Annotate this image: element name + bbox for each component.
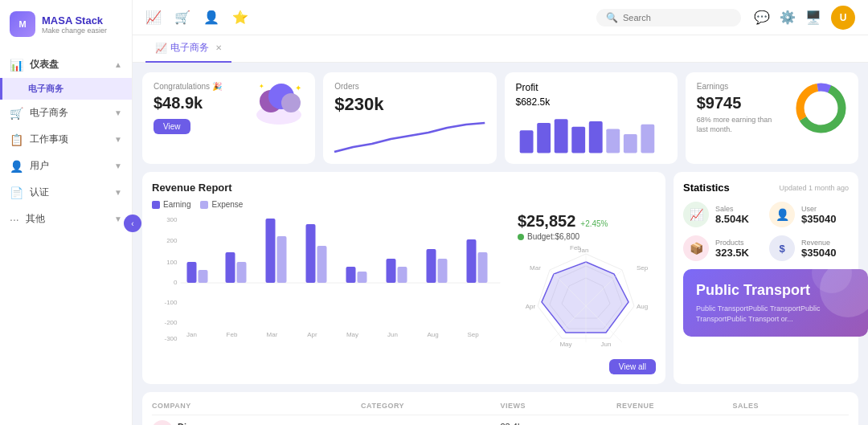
svg-text:Mar: Mar (530, 264, 541, 272)
stat-item-revenue: $ Revenue $35040 (769, 235, 849, 261)
svg-rect-41 (478, 252, 488, 283)
main-area: 📈 🛒 👤 ⭐ 🔍 💬 ⚙️ 🖥️ U 📈 电子商务 ✕ (133, 0, 868, 425)
legend-earning: Earning (152, 200, 190, 209)
svg-rect-7 (537, 123, 551, 153)
svg-text:Sep: Sep (637, 264, 649, 272)
chevron-icon-ecommerce: ▼ (114, 108, 122, 117)
chevron-icon-dashboard: ▲ (114, 60, 122, 69)
svg-text:Jan: Jan (186, 331, 197, 338)
svg-text:0: 0 (174, 279, 178, 286)
stat-card-congratulations: Congratulations 🎉 $48.9k View ✦ ✦ (142, 72, 315, 164)
stats-updated: Updated 1 month ago (779, 184, 849, 192)
stat-card-profit: Profit $682.5k (505, 72, 678, 164)
earnings-subtext: 68% more earning than last month. (697, 116, 777, 134)
radar-section: $25,852 +2.45% Budget:$6,800 (511, 212, 656, 374)
sidebar-item-ecommerce[interactable]: 🛒 电子商务 ▼ (0, 100, 132, 126)
sidebar-item-label-auth: 认证 (30, 186, 49, 199)
stats-title: Statistics (683, 182, 730, 194)
settings-icon[interactable]: ⚙️ (780, 10, 796, 25)
user-info: User $35040 (801, 205, 836, 225)
revenue-bar-chart-container: 300 200 100 0 -100 -200 -300 (152, 212, 511, 374)
transport-card: Public Transport Public TransportPublic … (683, 269, 868, 337)
table-row-dixons: 👤 Dixons meguc@ruj.io Technology 23.4k i… (152, 415, 849, 425)
sidebar-item-label-tasks: 工作事项 (30, 133, 68, 146)
svg-rect-40 (467, 239, 477, 283)
stat-cards-row: Congratulations 🎉 $48.9k View ✦ ✦ (142, 72, 858, 164)
stat-item-user: 👤 User $35040 (769, 202, 849, 227)
col-header-sales: SALES (733, 402, 850, 410)
products-value: 323.5K (715, 247, 749, 259)
earnings-donut-chart (795, 82, 847, 137)
svg-text:Apr: Apr (307, 331, 317, 338)
sales-info: Sales 8.504K (715, 205, 749, 225)
company-info-dixons: 👤 Dixons meguc@ruj.io (152, 420, 361, 425)
orders-amount: $230k (334, 94, 485, 115)
svg-rect-31 (277, 236, 287, 283)
company-details-dixons: Dixons meguc@ruj.io (178, 422, 223, 425)
orders-chart (334, 121, 485, 153)
view-all-button[interactable]: View all (609, 359, 656, 374)
users-icon: 👤 (10, 160, 23, 173)
search-input[interactable] (623, 13, 734, 22)
svg-rect-32 (306, 224, 316, 283)
trending-icon[interactable]: 📈 (145, 10, 162, 25)
svg-rect-28 (226, 252, 235, 283)
revenue-info: Revenue $35040 (801, 239, 836, 259)
congrats-view-button[interactable]: View (154, 119, 190, 134)
sidebar-item-dashboard[interactable]: 📊 仪表盘 ▲ (0, 51, 132, 78)
budget-label: Budget:$6,800 (527, 232, 579, 241)
svg-rect-11 (606, 129, 620, 153)
stat-row-1: 📈 Sales 8.504K 👤 User $35040 (683, 202, 849, 227)
stat-item-sales: 📈 Sales 8.504K (683, 202, 763, 227)
user-icon[interactable]: 👤 (203, 10, 219, 25)
sidebar-collapse-button[interactable]: ‹ (124, 215, 141, 232)
dashboard-icon: 📊 (10, 59, 23, 72)
products-icon-bg: 📦 (683, 235, 709, 261)
auth-icon: 📄 (10, 186, 23, 199)
content-area: Congratulations 🎉 $48.9k View ✦ ✦ (133, 63, 868, 425)
topbar-right: 💬 ⚙️ 🖥️ U (754, 6, 855, 30)
svg-text:-100: -100 (164, 299, 178, 306)
tab-close-ecommerce[interactable]: ✕ (215, 43, 222, 52)
col-header-company: COMPANY (152, 402, 361, 410)
products-info: Products 323.5K (715, 239, 749, 259)
sales-icon: 📈 (690, 208, 703, 221)
table-header: COMPANY CATEGORY VIEWS REVENUE SALES (152, 402, 849, 415)
user-avatar[interactable]: U (831, 6, 855, 30)
sidebar-item-users[interactable]: 👤 用户 ▼ (0, 153, 132, 179)
revenue-report-card: Revenue Report Earning Expense (142, 172, 665, 384)
avatar-initials: U (840, 12, 847, 23)
company-name-dixons: Dixons (178, 422, 223, 425)
cart-icon[interactable]: 🛒 (174, 10, 190, 25)
sidebar-item-ecommerce-sub[interactable]: 电子商务 (0, 78, 132, 100)
radar-chart-svg: Jan Sep Aug Jun May Apr Mar Feb (518, 246, 654, 350)
svg-text:Apr: Apr (526, 303, 536, 310)
svg-rect-9 (571, 127, 585, 153)
star-icon[interactable]: ⭐ (232, 10, 248, 25)
svg-rect-13 (641, 125, 654, 153)
svg-rect-29 (237, 262, 247, 283)
revenue-value: $35040 (801, 247, 836, 259)
screen-icon[interactable]: 🖥️ (805, 10, 821, 25)
svg-text:✦: ✦ (295, 84, 301, 92)
middle-row: Revenue Report Earning Expense (142, 172, 858, 384)
svg-text:Jun: Jun (601, 341, 612, 348)
search-box[interactable]: 🔍 (596, 9, 741, 27)
user-value: $35040 (801, 213, 836, 225)
revenue-chart-area: 300 200 100 0 -100 -200 -300 (152, 212, 656, 374)
profit-amount: $682.5k (516, 96, 666, 108)
chat-icon[interactable]: 💬 (754, 10, 770, 25)
ecommerce-icon: 🛒 (10, 107, 23, 120)
stats-header: Statistics Updated 1 month ago (683, 182, 849, 194)
svg-rect-30 (266, 219, 276, 283)
svg-text:✦: ✦ (259, 83, 264, 90)
tab-ecommerce[interactable]: 📈 电子商务 ✕ (145, 35, 231, 63)
revenue-icon-bg: $ (769, 235, 795, 261)
topbar: 📈 🛒 👤 ⭐ 🔍 💬 ⚙️ 🖥️ U (133, 0, 868, 35)
sidebar-item-tasks[interactable]: 📋 工作事项 ▼ (0, 126, 132, 153)
sidebar-item-auth[interactable]: 📄 认证 ▼ (0, 179, 132, 206)
user-icon-bg: 👤 (769, 202, 795, 227)
topbar-search: 🔍 (261, 9, 741, 27)
sidebar-item-other[interactable]: ··· 其他 ▼ (0, 206, 132, 232)
logo-text: MASA Stack Make change easier (42, 14, 107, 35)
